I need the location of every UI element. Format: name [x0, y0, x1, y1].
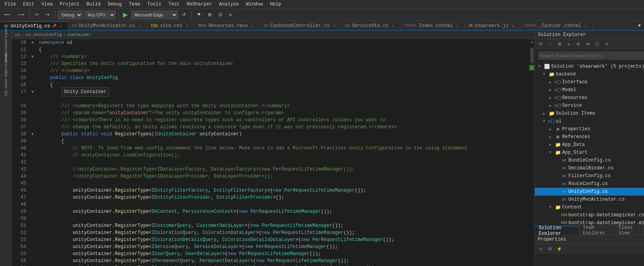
platform-dropdown[interactable]: Any CPU	[84, 11, 116, 19]
menu-tools[interactable]: Tools	[144, 0, 165, 8]
tab-close-2[interactable]: ✕	[185, 23, 190, 29]
menu-help[interactable]: Help	[267, 0, 284, 8]
menu-build[interactable]: Build	[83, 0, 104, 8]
expand-properties[interactable]: ▶	[547, 126, 554, 132]
tree-bsdtp-min-css[interactable]: CSS bootstrap-datetimepicker.min.css	[535, 219, 644, 225]
menu-view[interactable]: View	[38, 0, 56, 8]
tab-cashbookcontroller[interactable]: C# CashbookController.cs ✕	[260, 22, 341, 30]
expand-content[interactable]: ▼	[547, 204, 554, 210]
menu-file[interactable]: File	[2, 0, 19, 8]
expand-backend[interactable]: ▼	[541, 71, 547, 77]
sidebar-server-explorer[interactable]: Server Explorer	[1, 32, 11, 42]
tree-unityconfig-file[interactable]: a# UnityConfig.cs	[535, 188, 644, 196]
menu-project[interactable]: Project	[56, 0, 82, 8]
se-btn-4[interactable]: ≡	[564, 40, 573, 48]
expand-ui[interactable]: ▼	[541, 118, 547, 124]
breadcrumb-member[interactable]: Container	[68, 32, 91, 37]
tree-filterconfig[interactable]: a# FilterConfig.cs	[535, 172, 644, 180]
scrollbar-thumb[interactable]	[530, 48, 534, 63]
tab-servicedto[interactable]: C# ServiceDto.cs ✕	[341, 22, 400, 30]
se-btn-8[interactable]: ✕	[602, 40, 611, 48]
tree-backend[interactable]: ▼ 📁 backend	[535, 70, 644, 78]
panel-tab-solution-explorer[interactable]: Solution Explorer	[535, 226, 579, 235]
editor-scrollbar[interactable]: ▲ ✓	[530, 39, 534, 266]
breadcrumb-file[interactable]: ui.UnityConfig	[26, 32, 62, 37]
sidebar-sql-explorer[interactable]: SQL Server Object Explorer	[1, 70, 11, 80]
refresh-btn[interactable]: ↺	[179, 10, 188, 20]
expand-service[interactable]: ▶	[547, 102, 554, 109]
tab-close-7[interactable]: ✕	[510, 23, 516, 29]
menu-window[interactable]: Window	[243, 0, 266, 8]
tree-app-data[interactable]: ▶ 📁 App_Data	[535, 141, 644, 149]
tree-routeconfig[interactable]: a# RouteConfig.cs	[535, 180, 644, 188]
toolbar-back-btn[interactable]: ⟵	[2, 10, 13, 20]
tab-unityconfig[interactable]: C# UnityConfig.cs 📌 ✕	[0, 22, 68, 30]
panel-tab-team-explorer[interactable]: Team Explorer	[579, 226, 615, 235]
toolbar-btn-3[interactable]: ⊡	[216, 10, 225, 20]
se-btn-3[interactable]: ⊞	[555, 40, 564, 48]
toolbar-btn-1[interactable]: ⚑	[194, 10, 204, 20]
tab-close-6[interactable]: ✕	[455, 23, 460, 29]
tree-decimalbinder[interactable]: a# DecimalBinder.cs	[535, 164, 644, 172]
tab-close-1[interactable]: ✕	[137, 23, 143, 29]
props-btn-3[interactable]: ⚡	[555, 245, 564, 253]
tab-close-0[interactable]: ✕	[58, 23, 64, 29]
tree-ui[interactable]: ▼ a{} ui	[535, 117, 644, 125]
tab-overflow-btn[interactable]: ▼	[635, 21, 644, 30]
expand-solution-items[interactable]: ▶	[541, 110, 547, 117]
tab-close-4[interactable]: ✕	[331, 23, 337, 29]
run-btn[interactable]: ▶	[121, 11, 129, 18]
fold-12[interactable]: ▼	[29, 53, 36, 60]
expand-solution[interactable]: ▼	[536, 63, 543, 70]
toolbar-undo-btn[interactable]: ↩	[33, 10, 42, 20]
menu-resharper[interactable]: ReSharper	[184, 0, 215, 8]
expand-app-start[interactable]: ▼	[547, 149, 554, 156]
tree-bsdtp-css[interactable]: CSS bootstrap-datetimepicker.css	[535, 211, 644, 219]
se-btn-2[interactable]: ↑	[546, 40, 554, 48]
se-btn-7[interactable]: ◫	[593, 40, 601, 48]
tree-bundleconfig[interactable]: a# BundleConfig.cs	[535, 156, 644, 164]
breadcrumb-namespace[interactable]: ui	[15, 32, 20, 37]
se-btn-6[interactable]: ⇌	[583, 40, 592, 48]
config-dropdown[interactable]: Debug	[58, 11, 83, 19]
tab-sitecss[interactable]: CSS site.css ✕	[147, 22, 194, 30]
menu-debug[interactable]: Debug	[105, 0, 125, 8]
tree-content[interactable]: ▼ 📁 Content	[535, 203, 644, 211]
expand-resources-backend[interactable]: ▶	[547, 95, 554, 101]
toolbar-btn-4[interactable]: ≡	[226, 10, 234, 20]
panel-tab-class-view[interactable]: Class View	[615, 226, 644, 235]
tab-cashier[interactable]: CSHTML _Cashier.cshtml ✕	[520, 22, 593, 30]
tab-close-5[interactable]: ✕	[391, 23, 396, 29]
tree-solution[interactable]: ▼ ⬜ Solution 'shaarwerk' (5 projects)	[535, 63, 644, 70]
toolbar-forward-btn[interactable]: ⟶	[15, 10, 27, 20]
menu-test[interactable]: Test	[165, 0, 183, 8]
expand-references[interactable]: ▶	[547, 134, 554, 140]
fold-17[interactable]: ▼	[29, 88, 36, 95]
tree-app-start[interactable]: ▼ 📁 App_Start	[535, 149, 644, 156]
props-btn-2[interactable]: ⚙	[546, 245, 554, 253]
se-btn-5[interactable]: ⚙	[574, 40, 582, 48]
expand-interface[interactable]: ▶	[547, 79, 554, 85]
tab-shaarwerk[interactable]: JS shaarwerk.js ✕	[465, 22, 520, 30]
tree-references[interactable]: ▶ ⊞ References	[535, 133, 644, 141]
tree-model[interactable]: ▶ a{} Model	[535, 86, 644, 94]
toolbar-redo-btn[interactable]: ↪	[43, 10, 52, 20]
tree-interface[interactable]: ▶ a{} Interface	[535, 78, 644, 86]
tree-resources-backend[interactable]: ▶ a{} Resources	[535, 94, 644, 102]
tree-solution-items[interactable]: ▶ 📁 Solution Items	[535, 110, 644, 117]
expand-model[interactable]: ▶	[547, 87, 554, 93]
tab-close-3[interactable]: ✕	[250, 23, 255, 29]
fold-38[interactable]: ▼	[29, 131, 36, 138]
tab-close-8[interactable]: ✕	[583, 23, 588, 29]
tab-unitymvcactivator[interactable]: C# UnityMvcActivator.cs ✕	[68, 22, 147, 30]
toolbar-btn-2[interactable]: ⊞	[205, 10, 214, 20]
menu-analyze[interactable]: Analyze	[216, 0, 242, 8]
tree-properties[interactable]: ▶ ⚙ Properties	[535, 125, 644, 133]
scroll-up-btn[interactable]: ▲	[530, 40, 534, 44]
code-content[interactable]: namespace ui { /// <summary> /// Specifi…	[36, 39, 530, 266]
fold-10[interactable]: ▼	[29, 39, 36, 46]
tree-service[interactable]: ▶ a{} Service	[535, 102, 644, 110]
expand-app-data[interactable]: ▶	[547, 142, 554, 148]
tab-resources[interactable]: RESX Resources.resx ✕	[194, 22, 260, 30]
tree-unitymvcactivator-file[interactable]: a# UnityMvcActivator.cs	[535, 196, 644, 203]
